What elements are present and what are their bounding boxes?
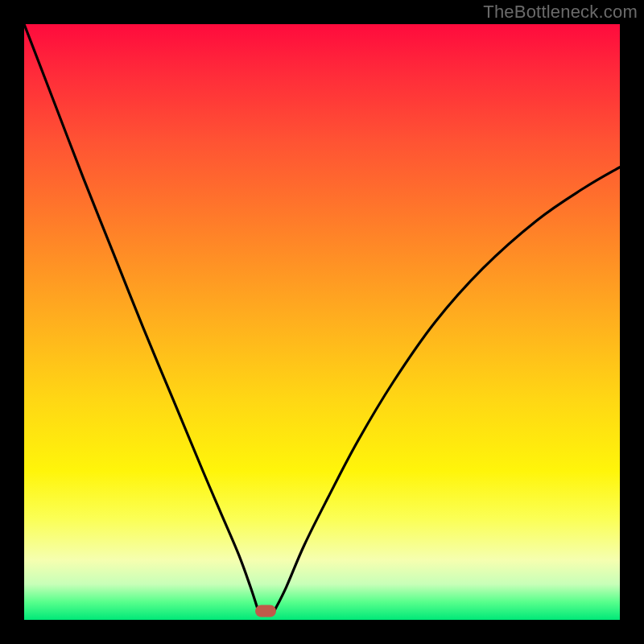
- optimal-point-marker: [255, 605, 276, 617]
- chart-frame: TheBottleneck.com: [0, 0, 644, 644]
- bottleneck-curve: [24, 24, 620, 620]
- watermark-text: TheBottleneck.com: [483, 2, 638, 23]
- gradient-plot-area: [24, 24, 620, 620]
